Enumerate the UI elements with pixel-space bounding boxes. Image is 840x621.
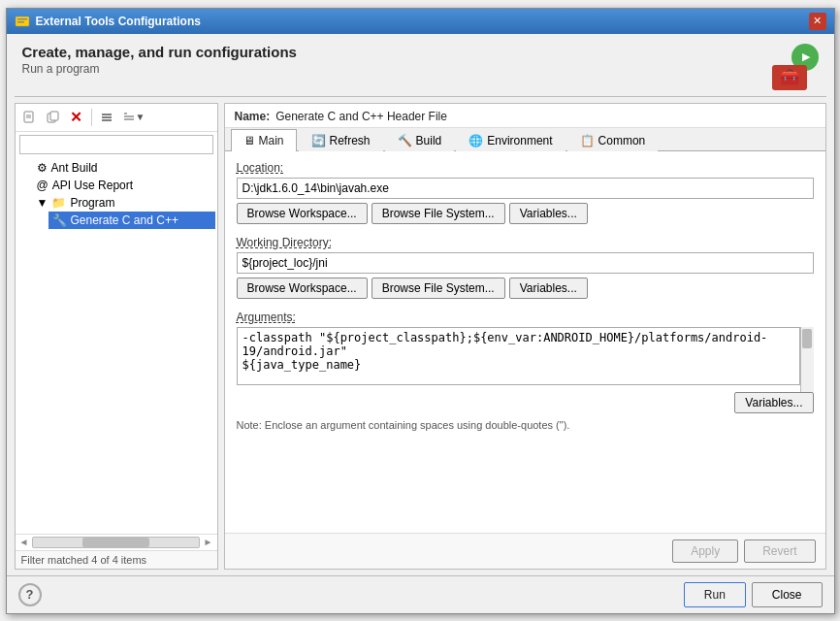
working-dir-input[interactable] <box>237 252 814 274</box>
filter-status: Filter matched 4 of 4 items <box>16 550 217 569</box>
tab-content-main: Location: Browse Workspace... Browse Fil… <box>225 151 825 533</box>
header-text: Create, manage, and run configurations R… <box>22 44 297 76</box>
left-panel: ✕ ▼ <box>15 103 218 570</box>
collapse-all-button[interactable] <box>96 107 117 128</box>
tree-item-api-report[interactable]: @ API Use Report <box>33 177 215 194</box>
close-window-button[interactable]: ✕ <box>809 13 826 30</box>
build-tab-label: Build <box>416 134 442 147</box>
dialog-footer: ? Run Close <box>7 575 834 613</box>
refresh-tab-icon: 🔄 <box>311 134 326 147</box>
duplicate-config-button[interactable] <box>43 107 64 128</box>
run-button[interactable]: Run <box>684 582 746 607</box>
right-panel-footer: Apply Revert <box>225 533 825 569</box>
delete-config-button[interactable]: ✕ <box>66 107 87 128</box>
scroll-track <box>32 537 199 548</box>
arguments-note: Note: Enclose an argument containing spa… <box>237 419 814 431</box>
api-report-icon: @ <box>37 179 48 192</box>
tree-item-ant-build[interactable]: ⚙ Ant Build <box>33 159 215 177</box>
tab-main[interactable]: 🖥 Main <box>231 129 297 151</box>
environment-tab-label: Environment <box>487 134 552 147</box>
title-text: External Tools Configurations <box>36 15 201 28</box>
arguments-label: Arguments: <box>237 310 814 324</box>
svg-rect-2 <box>17 21 24 23</box>
common-tab-icon: 📋 <box>580 134 595 147</box>
build-tab-icon: 🔨 <box>398 134 412 147</box>
location-variables-button[interactable]: Variables... <box>509 203 588 224</box>
tab-common[interactable]: 📋 Common <box>567 129 659 151</box>
close-button[interactable]: Close <box>752 582 823 607</box>
right-panel: Name: Generate C and C++ Header File 🖥 M… <box>224 103 826 570</box>
working-dir-label: Working Directory: <box>237 236 814 249</box>
expand-dropdown-button[interactable]: ▼ <box>119 107 148 128</box>
title-bar: External Tools Configurations ✕ <box>7 9 834 34</box>
tree-item-generate-cpp[interactable]: 🔧 Generate C and C++ <box>48 212 215 229</box>
dialog-title: Create, manage, and run configurations <box>22 44 297 60</box>
tab-build[interactable]: 🔨 Build <box>385 129 455 151</box>
scroll-thumb <box>802 329 812 348</box>
tree-item-program[interactable]: ▼ 📁 Program <box>33 194 215 212</box>
dialog-header: Create, manage, and run configurations R… <box>7 34 834 96</box>
title-bar-left: External Tools Configurations <box>15 14 201 29</box>
arguments-section: Arguments: -classpath "${project_classpa… <box>237 310 814 431</box>
tabs-bar: 🖥 Main 🔄 Refresh 🔨 Build 🌐 Environment 📋 <box>225 128 825 151</box>
program-icon: 📁 <box>51 196 66 210</box>
left-panel-scrollbar[interactable]: ◄ ► <box>16 534 217 550</box>
toolbar-separator-1 <box>91 109 92 126</box>
name-value-text: Generate C and C++ Header File <box>275 110 447 123</box>
ant-build-label: Ant Build <box>51 161 98 175</box>
main-tab-label: Main <box>259 134 284 147</box>
location-buttons: Browse Workspace... Browse File System..… <box>237 203 814 224</box>
revert-button[interactable]: Revert <box>744 539 815 563</box>
workdir-browse-filesystem-button[interactable]: Browse File System... <box>372 278 505 299</box>
dialog-subtitle: Run a program <box>22 62 297 76</box>
tab-refresh[interactable]: 🔄 Refresh <box>299 129 383 151</box>
apply-button[interactable]: Apply <box>672 539 738 563</box>
svg-rect-1 <box>17 18 27 20</box>
ant-build-icon: ⚙ <box>37 161 48 175</box>
help-button[interactable]: ? <box>18 583 42 606</box>
tree-area: ⚙ Ant Build @ API Use Report ▼ 📁 Program… <box>16 157 217 534</box>
location-browse-workspace-button[interactable]: Browse Workspace... <box>237 203 368 224</box>
workdir-browse-workspace-button[interactable]: Browse Workspace... <box>237 278 368 299</box>
new-config-button[interactable] <box>19 107 41 128</box>
arguments-textarea-wrapper: -classpath "${project_classpath};${env_v… <box>237 327 814 392</box>
footer-buttons: Run Close <box>684 582 823 607</box>
workdir-variables-button[interactable]: Variables... <box>509 278 588 299</box>
refresh-tab-label: Refresh <box>330 134 371 147</box>
filter-input[interactable] <box>19 135 213 154</box>
location-section: Location: Browse Workspace... Browse Fil… <box>237 161 814 224</box>
main-content: ✕ ▼ <box>7 97 834 575</box>
main-tab-icon: 🖥 <box>243 134 255 147</box>
tab-environment[interactable]: 🌐 Environment <box>456 129 565 151</box>
api-report-label: API Use Report <box>52 179 133 192</box>
program-label: Program <box>70 196 114 210</box>
app-icon <box>15 14 30 29</box>
generate-cpp-label: Generate C and C++ <box>71 213 178 227</box>
arguments-scrollbar[interactable] <box>800 327 814 392</box>
environment-tab-icon: 🌐 <box>468 134 483 147</box>
program-expand-icon: ▼ <box>37 196 48 210</box>
dialog: External Tools Configurations ✕ Create, … <box>6 8 835 614</box>
generate-cpp-icon: 🔧 <box>52 213 67 227</box>
location-label: Location: <box>237 161 814 175</box>
location-input[interactable] <box>237 178 814 199</box>
arguments-buttons: Variables... <box>237 392 814 413</box>
arguments-variables-button[interactable]: Variables... <box>734 392 813 413</box>
svg-rect-7 <box>50 112 58 120</box>
name-bar: Name: Generate C and C++ Header File <box>225 104 825 128</box>
working-dir-section: Working Directory: Browse Workspace... B… <box>237 236 814 299</box>
location-browse-filesystem-button[interactable]: Browse File System... <box>372 203 505 224</box>
run-icon-composite <box>772 44 819 90</box>
left-toolbar: ✕ ▼ <box>16 104 217 132</box>
arguments-textarea[interactable]: -classpath "${project_classpath};${env_v… <box>237 327 800 385</box>
toolbox-icon <box>772 65 807 90</box>
name-label-text: Name: <box>235 110 271 123</box>
working-dir-buttons: Browse Workspace... Browse File System..… <box>237 278 814 299</box>
common-tab-label: Common <box>598 134 646 147</box>
